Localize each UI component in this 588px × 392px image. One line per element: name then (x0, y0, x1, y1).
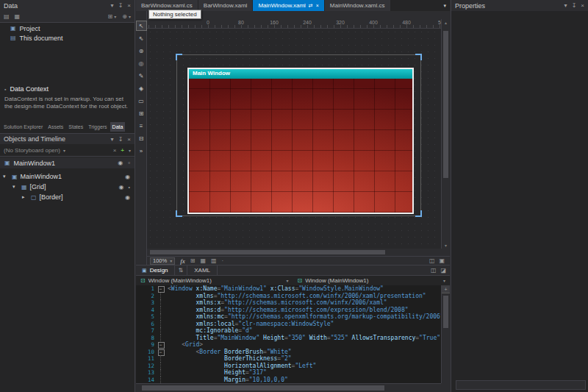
panel-menu-icon[interactable]: ▾ (564, 2, 567, 9)
zoom-tool-icon[interactable]: ◎ (137, 59, 146, 68)
chevron-down-icon[interactable]: ▾ (129, 148, 131, 153)
pen-tool-icon[interactable]: ▭ (137, 96, 146, 105)
data-item-project[interactable]: ▣ Project (0, 24, 135, 33)
close-icon[interactable]: × (581, 2, 584, 9)
nav-dropdown-types[interactable]: ⊡ Window (MainWindow1) ▾ (136, 276, 293, 285)
snap-dot-icon[interactable]: · (222, 257, 224, 264)
tab-close-icon[interactable]: × (316, 3, 319, 8)
document-tab[interactable]: MainWindow.xaml.cs (325, 0, 390, 11)
create-data-source-button[interactable]: ⊕ ▾ (122, 13, 131, 20)
eyedropper-tool-icon[interactable]: ✎ (137, 71, 146, 80)
split-vertical-icon[interactable]: ◪ (440, 267, 446, 274)
objects-scope-row[interactable]: ▣ MainWindow1 ◉ ▫ (0, 157, 135, 168)
scroll-down-icon[interactable]: ▾ (442, 243, 450, 248)
collapsed-panel-strip[interactable] (456, 380, 586, 390)
code-text[interactable]: BorderThickness="2" (165, 355, 441, 363)
eye-icon[interactable]: ◉ (118, 160, 123, 166)
fold-marker-icon[interactable] (157, 349, 165, 356)
split-horizontal-icon[interactable]: ◫ (431, 267, 437, 274)
corner-handle-icon[interactable] (415, 210, 422, 217)
eye-icon[interactable]: ◉ (125, 174, 130, 180)
dock-tab-triggers[interactable]: Triggers (86, 122, 109, 132)
zoom-combo[interactable]: 100% ▾ (150, 257, 175, 265)
snap-annotations-icon[interactable]: ▥ (211, 257, 217, 264)
code-text[interactable]: <Window x:Name="MainWindow1" x:Class="Wi… (165, 285, 441, 293)
lock-icon[interactable]: ▫ (128, 160, 130, 166)
dock-tab-assets[interactable]: Assets (46, 122, 65, 132)
expander-icon[interactable]: ▾ (3, 174, 9, 179)
tree-item[interactable]: ▾▦[Grid]◉• (0, 182, 135, 192)
tab-design[interactable]: ▣ Design (136, 266, 175, 275)
document-tab[interactable]: BarWindow.xaml (198, 0, 253, 11)
dock-tab-data[interactable]: Data (110, 122, 126, 132)
show-annotations-icon[interactable]: ▣ (439, 257, 445, 264)
scrollbar-thumb[interactable] (443, 296, 448, 328)
designer-vertical-scrollbar[interactable]: ▴ ▾ (441, 19, 450, 249)
fold-marker-icon[interactable] (157, 341, 165, 349)
list-view-icon[interactable]: ▤ (4, 13, 10, 20)
pin-icon[interactable]: ↧ (572, 2, 577, 9)
scrollbar-thumb[interactable] (443, 31, 448, 178)
tree-item[interactable]: ▾▣MainWindow1◉ (0, 171, 135, 182)
document-tab[interactable]: MainWindow.xaml⇄× (253, 0, 323, 11)
nav-dropdown-members[interactable]: ⊡ Window (MainWindow1) ▾ (293, 276, 451, 285)
effects-button[interactable]: fx (180, 257, 185, 265)
code-text[interactable]: xmlns:local="clr-namespace:WindowStyle" (165, 321, 441, 328)
tab-preview-promote-icon[interactable]: ⇄ (309, 3, 313, 9)
show-handles-icon[interactable]: ◫ (429, 257, 435, 264)
code-text[interactable]: xmlns:x="http://schemas.microsoft.com/wi… (165, 299, 441, 307)
code-text[interactable]: Title="MainWindow" Height="350" Width="5… (165, 335, 441, 342)
corner-handle-icon[interactable] (176, 210, 182, 217)
pan-tool-icon[interactable]: ⊛ (137, 46, 146, 55)
expander-icon[interactable]: ▾ (12, 184, 18, 190)
eye-icon[interactable]: ◉ (125, 194, 130, 201)
code-text[interactable]: xmlns="http://schemas.microsoft.com/winf… (165, 293, 441, 300)
editor-vertical-scrollbar[interactable]: + (441, 285, 450, 383)
tree-item[interactable]: ▸▢[Border]◉ (0, 192, 135, 202)
direct-selection-tool-icon[interactable]: ⇖ (137, 34, 146, 43)
editor-split-grip[interactable]: + (442, 285, 450, 293)
artboard-canvas[interactable]: Main Window (147, 29, 441, 249)
snap-gridlines-icon[interactable]: ▦ (200, 257, 206, 264)
swap-panes-button[interactable]: ⇅ (175, 266, 188, 275)
chevron-down-icon[interactable]: ▾ (63, 148, 65, 153)
code-text[interactable]: xmlns:d="http://schemas.microsoft.com/ex… (165, 307, 441, 314)
pin-icon[interactable]: ↧ (118, 136, 123, 143)
code-text[interactable]: <Border BorderBrush="White" (165, 349, 441, 356)
window-preview[interactable]: Main Window (187, 68, 414, 214)
tab-xaml[interactable]: XAML (187, 266, 218, 275)
add-storyboard-icon[interactable]: + (121, 147, 124, 154)
xaml-code-editor[interactable]: 1<Window x:Name="MainWindow1" x:Class="W… (136, 285, 441, 383)
designer-horizontal-scrollbar[interactable] (147, 249, 441, 256)
paint-bucket-tool-icon[interactable]: ◈ (137, 84, 146, 93)
preview-body[interactable] (189, 79, 412, 213)
snap-grid-icon[interactable]: ⊞ (190, 257, 196, 264)
code-text[interactable]: xmlns:mc="http://schemas.openxmlformats.… (165, 313, 441, 321)
code-text[interactable]: <Grid> (165, 341, 441, 349)
eye-icon[interactable]: ◉ (119, 184, 124, 190)
pin-icon[interactable]: ↧ (118, 2, 123, 9)
scrollbar-thumb[interactable] (142, 385, 384, 391)
corner-handle-icon[interactable] (415, 54, 422, 60)
storyboard-picker[interactable]: (No Storyboard open) (4, 147, 60, 154)
tab-overflow-icon[interactable]: ▾ (440, 3, 450, 9)
grid-view-icon[interactable]: ▦ (15, 13, 21, 20)
create-sample-data-button[interactable]: ⊞ ▾ (108, 13, 117, 20)
code-text[interactable]: Height="317" (165, 369, 441, 377)
fold-marker-icon[interactable] (157, 285, 165, 293)
code-text[interactable]: Margin="10,10,0,0" (165, 377, 441, 384)
data-item-this-document[interactable]: ▤ This document (0, 33, 135, 43)
selection-tool-icon[interactable]: ↖ (137, 21, 146, 30)
code-text[interactable]: mc:Ignorable="d" (165, 327, 441, 335)
assets-more-icon[interactable]: » (140, 148, 143, 154)
dock-tab-solution-explorer[interactable]: Solution Explorer (1, 122, 45, 132)
scroll-up-icon[interactable]: ▴ (442, 20, 450, 25)
panel-menu-icon[interactable]: ▾ (111, 2, 114, 9)
code-text[interactable]: HorizontalAlignment="Left" (165, 363, 441, 370)
close-icon[interactable]: × (127, 2, 131, 9)
corner-handle-icon[interactable] (176, 54, 182, 60)
editor-horizontal-scrollbar[interactable] (136, 383, 441, 392)
text-tool-icon[interactable]: ⊟ (137, 134, 146, 143)
scrollbar-thumb[interactable] (150, 250, 385, 254)
close-icon[interactable]: × (127, 136, 131, 143)
